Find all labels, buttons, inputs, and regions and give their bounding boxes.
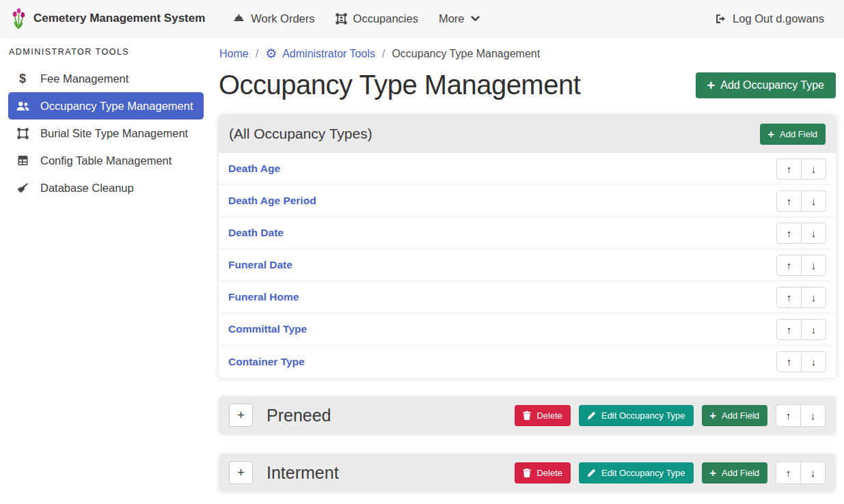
occupancy-section-interment: + Interment Delete Edit Occupancy Type +… <box>219 453 836 492</box>
nav-work-orders-label: Work Orders <box>251 12 314 25</box>
sidebar-item-config-table-management[interactable]: Config Table Management <box>8 147 204 174</box>
section-title: Interment <box>267 463 339 483</box>
edit-occupancy-type-button[interactable]: Edit Occupancy Type <box>579 405 694 426</box>
vector-square-icon <box>15 128 30 139</box>
move-down-button[interactable]: ↓ <box>800 462 826 484</box>
field-row: Death Date ↑ ↓ <box>219 217 836 249</box>
app-title: Cemetery Management System <box>33 12 205 25</box>
reorder-controls: ↑ ↓ <box>776 255 826 276</box>
pencil-icon <box>587 468 596 477</box>
all-occupancy-types-header: (All Occupancy Types) + Add Field <box>219 115 836 153</box>
nav-occupancies[interactable]: Occupancies <box>325 7 428 31</box>
field-row: Funeral Home ↑ ↓ <box>219 281 836 313</box>
field-row: Committal Type ↑ ↓ <box>219 313 836 346</box>
logout-button[interactable]: Log Out d.gowans <box>705 7 834 31</box>
delete-button[interactable]: Delete <box>515 405 571 426</box>
occupancy-section-preneed: + Preneed Delete Edit Occupancy Type + A… <box>219 396 836 434</box>
plus-icon: + <box>710 468 717 477</box>
top-navbar: Cemetery Management System Work Orders O… <box>0 0 844 38</box>
add-occupancy-type-button[interactable]: + Add Occupancy Type <box>696 72 836 98</box>
move-down-button[interactable]: ↓ <box>800 404 826 427</box>
move-down-button[interactable]: ↓ <box>801 223 826 244</box>
edit-occupancy-type-button[interactable]: Edit Occupancy Type <box>579 462 694 484</box>
breadcrumb-admin-tools-label: Administrator Tools <box>282 48 375 60</box>
field-link-death-date[interactable]: Death Date <box>228 227 284 239</box>
occupancy-frame-person-icon <box>336 13 347 25</box>
move-up-button[interactable]: ↑ <box>776 462 801 484</box>
move-down-button[interactable]: ↓ <box>801 319 826 340</box>
card-title: (All Occupancy Types) <box>229 126 372 142</box>
move-down-button[interactable]: ↓ <box>801 191 826 212</box>
add-field-button[interactable]: + Add Field <box>702 462 767 484</box>
sidebar-item-label: Config Table Management <box>40 154 172 167</box>
sidebar-item-label: Burial Site Type Management <box>40 127 188 140</box>
move-up-button[interactable]: ↑ <box>776 255 802 276</box>
table-icon <box>15 155 30 166</box>
move-down-button[interactable]: ↓ <box>801 255 826 276</box>
add-field-label: Add Field <box>780 129 817 139</box>
breadcrumb-separator: / <box>256 48 258 60</box>
move-down-button[interactable]: ↓ <box>801 351 826 372</box>
all-occupancy-types-card: (All Occupancy Types) + Add Field Death … <box>219 115 836 378</box>
plus-icon: + <box>768 130 775 139</box>
logout-label: Log Out d.gowans <box>733 12 824 25</box>
move-up-button[interactable]: ↑ <box>776 319 802 340</box>
delete-label: Delete <box>536 468 562 478</box>
breadcrumb-admin-tools-link[interactable]: ⚙ Administrator Tools <box>265 47 375 60</box>
users-icon <box>15 101 30 111</box>
move-down-button[interactable]: ↓ <box>801 287 826 308</box>
section-actions: Delete Edit Occupancy Type + Add Field ↑… <box>515 462 826 484</box>
breadcrumb-current: Occupancy Type Management <box>392 48 540 60</box>
sidebar-item-label: Fee Management <box>40 72 128 85</box>
reorder-controls: ↑ ↓ <box>776 351 826 372</box>
delete-label: Delete <box>536 410 562 421</box>
breadcrumb-home-link[interactable]: Home <box>219 48 249 60</box>
trash-icon <box>523 411 531 420</box>
reorder-controls: ↑ ↓ <box>776 404 826 427</box>
move-up-button[interactable]: ↑ <box>776 158 802 180</box>
add-field-button[interactable]: + Add Field <box>702 405 767 426</box>
edit-occupancy-type-label: Edit Occupancy Type <box>601 410 685 421</box>
sidebar-heading: ADMINISTRATOR TOOLS <box>0 40 212 65</box>
plus-icon: + <box>707 80 716 91</box>
move-up-button[interactable]: ↑ <box>776 223 802 244</box>
app-brand[interactable]: Cemetery Management System <box>10 8 205 29</box>
add-field-button[interactable]: + Add Field <box>760 124 826 145</box>
field-link-funeral-date[interactable]: Funeral Date <box>228 259 292 271</box>
field-link-committal-type[interactable]: Committal Type <box>228 323 307 335</box>
page-title: Occupancy Type Management <box>219 70 580 100</box>
tulip-logo-icon <box>10 8 27 29</box>
field-link-funeral-home[interactable]: Funeral Home <box>228 291 299 303</box>
reorder-controls: ↑ ↓ <box>776 462 826 484</box>
sidebar-item-occupancy-type-management[interactable]: Occupancy Type Management <box>8 92 204 120</box>
move-up-button[interactable]: ↑ <box>776 191 802 212</box>
main-content: Home / ⚙ Administrator Tools / Occupancy… <box>212 38 844 492</box>
reorder-controls: ↑ ↓ <box>776 287 826 308</box>
section-actions: Delete Edit Occupancy Type + Add Field ↑… <box>515 404 826 427</box>
reorder-controls: ↑ ↓ <box>776 319 826 340</box>
delete-button[interactable]: Delete <box>515 462 571 484</box>
field-row: Death Age ↑ ↓ <box>219 153 836 185</box>
sidebar-item-burial-site-type-management[interactable]: Burial Site Type Management <box>8 120 204 147</box>
move-down-button[interactable]: ↓ <box>801 158 826 180</box>
nav-more[interactable]: More <box>428 7 490 31</box>
sidebar-item-fee-management[interactable]: $ Fee Management <box>8 65 204 92</box>
expand-button[interactable]: + <box>229 404 253 427</box>
sign-out-icon <box>715 13 726 25</box>
sidebar-item-database-cleanup[interactable]: Database Cleanup <box>8 174 204 201</box>
add-field-label: Add Field <box>722 410 759 421</box>
field-link-death-age-period[interactable]: Death Age Period <box>228 195 316 207</box>
nav-more-label: More <box>439 12 465 25</box>
expand-button[interactable]: + <box>229 461 253 484</box>
nav-work-orders[interactable]: Work Orders <box>223 7 325 31</box>
move-up-button[interactable]: ↑ <box>776 287 802 308</box>
move-up-button[interactable]: ↑ <box>776 351 802 372</box>
sidebar-item-label: Database Cleanup <box>40 182 134 195</box>
plus-icon: + <box>710 411 717 420</box>
move-up-button[interactable]: ↑ <box>776 404 801 427</box>
sidebar: ADMINISTRATOR TOOLS $ Fee Management Occ… <box>0 38 212 201</box>
field-link-container-type[interactable]: Container Type <box>228 356 305 368</box>
hard-hat-icon <box>233 13 245 24</box>
field-link-death-age[interactable]: Death Age <box>228 163 280 175</box>
page-header: Occupancy Type Management + Add Occupanc… <box>219 70 836 100</box>
